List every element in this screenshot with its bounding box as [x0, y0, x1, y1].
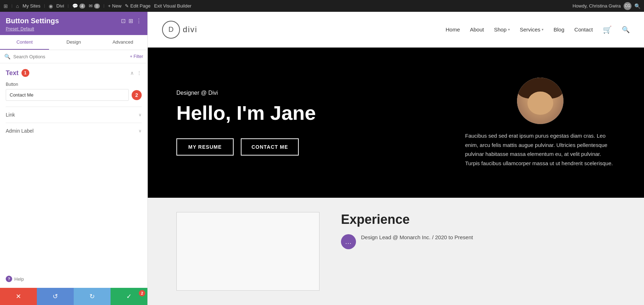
help-icon[interactable]: ? [6, 276, 12, 282]
chevron-down-icon: ▾ [542, 28, 543, 31]
admin-label-accordion-header[interactable]: Admin Label ∨ [6, 128, 142, 134]
chevron-down-icon-2: ∨ [138, 128, 142, 133]
search-icon[interactable]: 🔍 [634, 3, 640, 9]
nav-contact[interactable]: Contact [574, 26, 593, 33]
resize-icon[interactable]: ⊡ [121, 18, 126, 24]
undo-icon: ↺ [53, 292, 58, 300]
panel-title: Button Settings [6, 17, 59, 25]
text-section-header: Text 1 ∧ ⋮ [6, 69, 142, 77]
link-accordion: Link ∨ [6, 107, 142, 123]
edit-page-link[interactable]: ✎ Edit Page [125, 3, 150, 9]
avatar-image [517, 78, 564, 124]
pencil-icon: ✎ [125, 3, 129, 9]
admin-bar-right: Howdy, Christina Gwira CG 🔍 [572, 2, 640, 10]
nav-services[interactable]: Services ▾ [520, 26, 544, 33]
tab-design[interactable]: Design [49, 35, 98, 50]
divi-link[interactable]: Divi [57, 3, 64, 9]
lower-section: Experience ... Design Lead @ Monarch Inc… [148, 198, 644, 305]
search-icon: 🔍 [4, 54, 10, 59]
panel-tabs: Content Design Advanced [0, 35, 147, 50]
hero-left: Designer @ Divi Hello, I'm Jane MY RESUM… [176, 90, 451, 156]
tab-advanced[interactable]: Advanced [98, 35, 147, 50]
lower-right: Experience ... Design Lead @ Monarch Inc… [341, 212, 615, 291]
plus-icon: + [108, 3, 111, 9]
house-icon: ⌂ [16, 3, 19, 9]
help-section: ? Help [0, 270, 147, 288]
exp-details: Design Lead @ Monarch Inc. / 2020 to Pre… [361, 234, 473, 240]
more-icon[interactable]: ⋮ [136, 18, 142, 24]
contact-me-button[interactable]: CONTACT ME [241, 138, 299, 156]
hero-description: Faucibus sed sed erat ipsum purus egesta… [465, 131, 615, 168]
experience-title: Experience [341, 212, 615, 227]
howdy-text: Howdy, Christina Gwira [572, 3, 621, 9]
nav-shop[interactable]: Shop ▾ [494, 26, 510, 33]
search-input[interactable] [13, 54, 127, 59]
cart-icon[interactable]: 🛒 [603, 25, 612, 34]
comments-icon: 💬 [72, 3, 78, 9]
redo-button[interactable]: ↻ [74, 288, 111, 305]
x-icon: ✕ [16, 292, 21, 300]
section-badge: 1 [21, 69, 29, 77]
columns-icon[interactable]: ⊞ [128, 18, 133, 24]
exp-icon-circle: ... [341, 234, 356, 249]
chat-icon: ✉ [89, 3, 93, 9]
divi-logo-icon: ◉ [49, 3, 53, 9]
admin-label-accordion: Admin Label ∨ [6, 123, 142, 139]
cancel-button[interactable]: ✕ [0, 288, 37, 305]
hero-right: Faucibus sed sed erat ipsum purus egesta… [465, 78, 615, 168]
save-button[interactable]: ✓ 2 [111, 288, 147, 305]
avatar[interactable]: CG [624, 2, 631, 10]
link-accordion-header[interactable]: Link ∨ [6, 112, 142, 118]
comments-link[interactable]: 💬 4 [72, 3, 85, 9]
hero-title: Hello, I'm Jane [176, 102, 451, 124]
hero-subtitle: Designer @ Divi [176, 90, 451, 96]
section-title: Text [6, 69, 19, 77]
help-label: Help [14, 276, 24, 282]
dots-icon: ... [345, 238, 352, 246]
nav-about[interactable]: About [470, 26, 484, 33]
logo-circle-icon: D [162, 21, 180, 39]
hero-buttons: MY RESUME CONTACT ME [176, 138, 451, 156]
search-bar: 🔍 + Filter [0, 50, 147, 63]
step-badge-2: 2 [132, 90, 142, 100]
wordpress-icon[interactable]: ⊞ [4, 3, 8, 9]
undo-button[interactable]: ↺ [37, 288, 74, 305]
panel-preset: Preset: Default [6, 26, 142, 31]
redo-icon: ↻ [89, 292, 95, 300]
tab-content[interactable]: Content [0, 35, 49, 50]
chevron-down-icon: ▾ [508, 28, 510, 31]
admin-bar-left: ⊞ | ⌂ My Sites | ◉ Divi | 💬 4 ✉ 0 | + Ne… [4, 3, 568, 9]
chevron-down-icon: ∨ [138, 112, 142, 117]
experience-item: ... Design Lead @ Monarch Inc. / 2020 to… [341, 234, 615, 249]
site-nav: Home About Shop ▾ Services ▾ Blog Contac [445, 25, 630, 34]
site-header: D divi Home About Shop ▾ Services ▾ [148, 12, 644, 48]
button-field-group: Button 2 [6, 82, 142, 101]
logo-text: divi [183, 25, 197, 34]
chat-link[interactable]: ✉ 0 [89, 3, 100, 9]
nav-search-icon[interactable]: 🔍 [622, 26, 630, 34]
panel-header-icons: ⊡ ⊞ ⋮ [121, 18, 142, 24]
nav-home[interactable]: Home [445, 26, 460, 33]
options-icon[interactable]: ⋮ [137, 70, 142, 76]
admin-label-label: Admin Label [6, 128, 34, 134]
my-sites-link[interactable]: My Sites [23, 3, 40, 9]
hero-avatar [517, 78, 564, 124]
content-box [176, 212, 319, 291]
hero-section: Designer @ Divi Hello, I'm Jane MY RESUM… [148, 48, 644, 198]
site-logo: D divi [162, 21, 197, 39]
preview-area: D divi Home About Shop ▾ Services ▾ [148, 12, 644, 305]
exit-visual-builder-link[interactable]: Exit Visual Builder [154, 3, 192, 9]
left-panel: Button Settings ⊡ ⊞ ⋮ Preset: Default Co… [0, 12, 148, 305]
nav-blog[interactable]: Blog [553, 26, 564, 33]
lower-left [176, 212, 319, 291]
link-label: Link [6, 112, 15, 118]
my-resume-button[interactable]: MY RESUME [176, 138, 234, 156]
chevron-up-icon[interactable]: ∧ [130, 70, 134, 76]
main-layout: Button Settings ⊡ ⊞ ⋮ Preset: Default Co… [0, 12, 644, 305]
button-field-label: Button [6, 82, 142, 87]
button-text-input[interactable] [6, 89, 129, 101]
filter-button[interactable]: + Filter [130, 54, 143, 59]
panel-content: Text 1 ∧ ⋮ Button 2 [0, 63, 147, 270]
new-link[interactable]: + New [108, 3, 122, 9]
bottom-bar: ✕ ↺ ↻ ✓ 2 [0, 288, 147, 305]
